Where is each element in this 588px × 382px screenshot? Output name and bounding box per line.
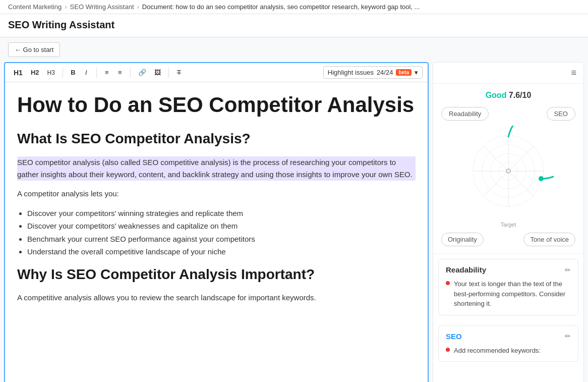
link-button[interactable]: 🔗: [135, 67, 150, 78]
page-header: SEO Writing Assistant: [0, 14, 588, 37]
editor-panel: H1 H2 H3 B I ≡ ≡ 🔗 🖼 T̶ Highl: [4, 62, 429, 382]
sep-3: [130, 68, 131, 78]
breadcrumb-link-seo-writing[interactable]: SEO Writing Assistant: [70, 3, 134, 11]
editor-content[interactable]: How to Do an SEO Competitor Analysis Wha…: [5, 82, 428, 382]
readability-edit-button[interactable]: ✏: [565, 266, 571, 274]
h2-button[interactable]: H2: [27, 67, 43, 78]
bold-button[interactable]: B: [67, 67, 79, 78]
tab-originality[interactable]: Originality: [441, 233, 484, 246]
readability-card: Readability ✏ Your text is longer than t…: [438, 259, 578, 315]
doc-h1: How to Do an SEO Competitor Analysis: [17, 92, 416, 118]
sep-1: [63, 68, 63, 78]
list-group: ≡ ≡: [101, 67, 126, 78]
score-max: /10: [520, 91, 531, 99]
h3-button[interactable]: H3: [44, 67, 58, 78]
dropdown-arrow: ▾: [415, 69, 418, 76]
list-item: Discover your competitors' winning strat…: [27, 207, 416, 220]
score-section: Good 7.6/10 Readability SEO: [433, 84, 583, 254]
breadcrumb-link-content-marketing[interactable]: Content Marketing: [8, 3, 62, 11]
seo-card-title: SEO: [446, 332, 462, 341]
panel-header: ≡: [433, 63, 583, 84]
readability-card-title: Readability: [446, 265, 486, 274]
score-label: Good 7.6/10: [486, 91, 532, 100]
highlight-issues-label: Highlight issues: [328, 69, 374, 76]
breadcrumb-sep-1: ›: [65, 3, 67, 11]
target-label: Target: [501, 222, 516, 228]
list-item: Discover your competitors' weaknesses an…: [27, 220, 416, 233]
tab-seo[interactable]: SEO: [547, 107, 575, 121]
red-dot-icon: [446, 281, 450, 285]
beta-badge: beta: [396, 69, 411, 76]
breadcrumb-current: Document: how to do an seo competitor an…: [142, 3, 420, 11]
go-to-start-button[interactable]: ← Go to start: [8, 42, 60, 57]
seo-edit-button[interactable]: ✏: [565, 332, 571, 340]
ordered-list-button[interactable]: ≡: [101, 67, 113, 78]
breadcrumb: Content Marketing › SEO Writing Assistan…: [0, 0, 588, 14]
toolbar-bar: ← Go to start: [0, 37, 588, 62]
seo-card-header: SEO ✏: [446, 332, 571, 341]
insert-group: 🔗 🖼: [135, 67, 164, 78]
score-number: 7.6: [509, 91, 520, 99]
h1-button[interactable]: H1: [10, 67, 26, 79]
doc-bullet-list: Discover your competitors' winning strat…: [27, 207, 416, 258]
highlight-issues-button[interactable]: Highlight issues 24/24 beta ▾: [323, 66, 423, 79]
score-tabs: Readability SEO: [441, 107, 575, 121]
format-group: B I: [67, 67, 92, 78]
clear-format-button[interactable]: T̶: [173, 67, 185, 78]
tab-tone-of-voice[interactable]: Tone of voice: [523, 233, 575, 246]
italic-button[interactable]: I: [80, 67, 92, 78]
readability-item-text: Your text is longer than the text of the…: [454, 279, 571, 309]
score-good-text: Good: [486, 91, 507, 99]
doc-h2-1: What Is SEO Competitor Analysis?: [17, 130, 416, 148]
sep-2: [96, 68, 97, 78]
score-bottom-tabs: Originality Tone of voice: [441, 233, 575, 246]
doc-p3: A competitive analysis allows you to rev…: [17, 292, 416, 304]
unordered-list-button[interactable]: ≡: [114, 67, 126, 78]
main-layout: H1 H2 H3 B I ≡ ≡ 🔗 🖼 T̶ Highl: [0, 62, 588, 382]
doc-p2: A competitor analysis lets you:: [17, 188, 416, 200]
list-item: Benchmark your current SEO performance a…: [27, 233, 416, 246]
doc-p1: SEO competitor analysis (also called SEO…: [17, 156, 416, 181]
seo-item-text: Add recommended keywords:: [454, 346, 541, 356]
panel-menu-button[interactable]: ≡: [571, 68, 576, 78]
seo-card: SEO ✏ Add recommended keywords:: [438, 325, 578, 362]
doc-h2-2: Why Is SEO Competitor Analysis Important…: [17, 265, 416, 284]
heading-group: H1 H2 H3: [10, 67, 58, 79]
seo-card-item: Add recommended keywords:: [446, 346, 571, 356]
image-button[interactable]: 🖼: [151, 67, 164, 78]
highlight-count: 24/24: [377, 69, 393, 76]
page-title: SEO Writing Assistant: [8, 19, 580, 31]
list-item: Understand the overall competitive lands…: [27, 245, 416, 258]
svg-point-8: [539, 176, 544, 181]
sep-4: [168, 68, 169, 78]
breadcrumb-sep-2: ›: [137, 3, 139, 11]
readability-card-item: Your text is longer than the text of the…: [446, 279, 571, 309]
radar-chart: [463, 126, 554, 216]
editor-toolbar: H1 H2 H3 B I ≡ ≡ 🔗 🖼 T̶ Highl: [5, 63, 428, 82]
tab-readability[interactable]: Readability: [441, 107, 489, 121]
red-dot-icon-2: [446, 348, 450, 352]
right-panel: ≡ Good 7.6/10 Readability SEO: [433, 62, 584, 382]
readability-card-header: Readability ✏: [446, 265, 571, 274]
